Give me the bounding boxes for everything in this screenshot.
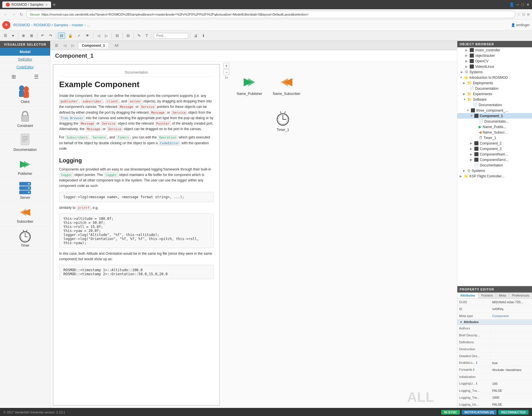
tree-item-componentnam[interactable]: ▶ ⬛ ComponentNam... (457, 151, 532, 157)
reload-btn[interactable]: ↻ (18, 12, 24, 17)
nav-right[interactable]: ▷ (103, 32, 110, 39)
back-btn[interactable]: ← (2, 12, 9, 17)
badge-notifications[interactable]: NOTIFICATIONS [0] (462, 410, 497, 415)
new-tab-btn[interactable]: ⊕ (53, 3, 56, 7)
canvas-node-subscriber[interactable]: Name_Subscriber (273, 73, 300, 96)
sidebar-item-documentation[interactable]: Documentation (0, 130, 50, 154)
sidebar-item-subscriber[interactable]: Subscriber (0, 202, 50, 226)
ext-icon1[interactable]: ⊡ (522, 12, 525, 16)
object-browser[interactable]: ▶ ⬛ motor_controller ▶ ⬛ objecttracker ▶… (457, 47, 532, 286)
distribute-btn[interactable]: ⊟ (125, 32, 132, 39)
tab-all[interactable]: All (111, 43, 122, 48)
tree-item-doc-comp1[interactable]: 📄 Documentatio... (457, 119, 532, 124)
prop-tab-attributes[interactable]: Attributes (457, 293, 478, 298)
tree-item-doc-intro[interactable]: 📄 Documentation (457, 86, 532, 91)
tree-item-motor-controller[interactable]: ▶ ⬛ motor_controller (457, 47, 532, 53)
sidebar-item-server[interactable]: Server (0, 178, 50, 202)
breadcrumb-more[interactable]: ... (87, 23, 90, 27)
prop-tab-pointers[interactable]: Pointers (478, 293, 496, 298)
tree-item-component2[interactable]: ▶ ⬛ Component_2 (457, 140, 532, 146)
tree-item-software[interactable]: ▼ 📁 Software (457, 97, 532, 102)
canvas-node-publisher[interactable]: Name_Publisher (237, 73, 262, 96)
tree-item-video4linux[interactable]: ▶ ⬛ Video4Linux (457, 64, 532, 69)
ext-icon2[interactable]: ⊕ (527, 12, 530, 16)
sidebar-item-publisher[interactable]: Publisher (0, 154, 50, 178)
redo-btn[interactable]: ↷ (47, 32, 54, 39)
tree-item-opencv[interactable]: ▶ ⬛ OpenCV (457, 58, 532, 64)
tab-component1[interactable]: Component_1 (78, 42, 109, 48)
eye-btn[interactable]: 👁 (84, 32, 91, 39)
tree-item-objecttracker[interactable]: ▶ ⬛ objecttracker (457, 53, 532, 58)
secure-label: Secure (30, 13, 40, 16)
nav-prev-editor[interactable]: ◁ (62, 43, 68, 48)
text-btn[interactable]: T (144, 32, 150, 39)
folder-icon-software: 📁 (467, 97, 472, 102)
sidebar-item-timer[interactable]: Timer (0, 226, 50, 250)
tree-item-systems1[interactable]: ▶ ⚙ Systems (457, 69, 532, 75)
loggingt1-btn[interactable]: FALSE (492, 389, 502, 392)
center-content: ☰ ◁ ▷ Component_1 All Component_1 Docume… (50, 41, 457, 408)
tree-item-component3[interactable]: ▶ ⬛ Component_3 (457, 146, 532, 151)
close-btn[interactable]: ✕ (526, 2, 530, 7)
list-view-toggle[interactable]: ☰ (34, 74, 39, 80)
component-icon-motor: ⬛ (469, 48, 474, 52)
code-block-output: ROSMOD::<timestamp 1>::Altitude::100.0 R… (59, 265, 214, 279)
sidebar-item-client[interactable]: Client (0, 83, 50, 106)
list-view-editor[interactable]: ☰ (53, 43, 60, 48)
info-btn[interactable]: ℹ (201, 32, 206, 39)
nav-left[interactable]: ◁ (95, 32, 102, 39)
undo-btn[interactable]: ↶ (39, 32, 46, 39)
grid-btn[interactable]: ⊞ (28, 32, 35, 39)
sidebar-item-constraint[interactable]: Constraint (0, 106, 50, 130)
tree-item-ksp[interactable]: ▶ ⭐ KSP Flight Controller... (457, 173, 532, 179)
prop-tab-preferences[interactable]: Preferences (509, 293, 532, 298)
prop-tab-meta[interactable]: Meta (496, 293, 509, 298)
tree-item-namepub[interactable]: ▶ Name_Publis... (457, 124, 532, 130)
check-btn[interactable]: ✓ (76, 32, 83, 39)
badge-sync[interactable]: IN SYNC (441, 410, 460, 415)
nav-next-editor[interactable]: ▷ (70, 43, 76, 48)
list-view-btn[interactable]: ☰ (2, 32, 9, 39)
tree-item-doc-three[interactable]: 📄 Documentation (457, 162, 532, 168)
add-btn[interactable]: ⊕ (20, 32, 27, 39)
tree-item-deployments[interactable]: ▶ 📁 Deployments (457, 80, 532, 86)
tab-close[interactable]: ✕ (45, 3, 48, 6)
dropdown-btn[interactable]: ▾ (10, 32, 16, 39)
breadcrumb-master[interactable]: master (72, 23, 83, 27)
url-box[interactable]: Secure https://rosmod.rcps.isis.vanderbi… (26, 11, 516, 18)
tree-item-doc-software[interactable]: 📄 Documentation (457, 102, 532, 108)
zoom-in-btn[interactable]: + (223, 63, 229, 69)
maximize-btn[interactable]: □ (522, 2, 524, 7)
component-canvas[interactable]: + − 1x Name_Publisher (222, 62, 457, 408)
grid-view-toggle[interactable]: ⊞ (12, 74, 16, 80)
code-editor-link[interactable]: CodeEditor (0, 63, 50, 71)
tree-item-timer1[interactable]: ⏱ Timer_1 (457, 135, 532, 140)
model-tab[interactable]: Model (0, 48, 50, 56)
tree-item-three-component[interactable]: ▼ ⬛ three_component_... (457, 108, 532, 113)
loggingu2-btn[interactable]: FALSE (492, 403, 502, 406)
find-input[interactable] (154, 33, 188, 39)
breadcrumb-rosmod[interactable]: ROSMOD (13, 23, 30, 27)
breadcrumb-samples[interactable]: ROSMOD / Samples (34, 23, 68, 27)
tree-item-experiments[interactable]: ▶ 📁 Experiments (457, 91, 532, 97)
component-title: Component_1 (50, 50, 457, 62)
set-editor-link[interactable]: SetEditor (0, 56, 50, 63)
canvas-node-timer[interactable]: Timer_1 (273, 109, 293, 132)
tree-item-systems2[interactable]: ▶ ⚙ Systems (457, 168, 532, 173)
timer-node-label: Timer_1 (277, 128, 289, 132)
align-btn[interactable]: ⊟ (114, 32, 121, 39)
active-view-btn[interactable]: ⊟ (58, 32, 65, 39)
tree-item-componentserv[interactable]: ▶ ⬛ ComponentServi... (457, 157, 532, 162)
lock-btn[interactable]: 🔒 (66, 32, 75, 39)
print-btn[interactable]: 🖨 (192, 32, 200, 39)
zoom-out-btn[interactable]: − (223, 69, 229, 75)
draw-btn[interactable]: ✎ (136, 32, 143, 39)
forward-btn[interactable]: → (10, 12, 17, 17)
bookmark-icon[interactable]: ☆ (517, 12, 520, 16)
browser-tab[interactable]: ROSMOD / Samples ✕ (2, 1, 51, 8)
tree-item-intro[interactable]: ▼ ⭐ Introduction to ROSMOD (457, 75, 532, 80)
tree-item-namesub[interactable]: ◀ Name_Subscr... (457, 130, 532, 135)
badge-reconnect[interactable]: RECONNECTED (498, 410, 529, 415)
minimize-btn[interactable]: ─ (516, 2, 519, 7)
tree-item-component1[interactable]: ▼ ⬛ Component_1 (457, 113, 532, 119)
